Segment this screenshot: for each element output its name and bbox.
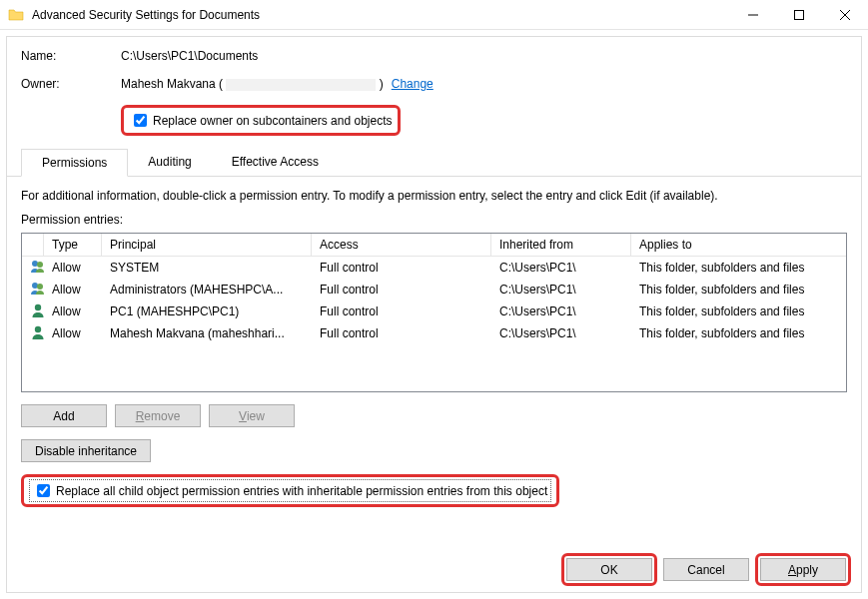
replace-child-row: Replace all child object permission entr…: [21, 474, 847, 507]
replace-child-label: Replace all child object permission entr…: [56, 484, 547, 498]
cell-inherited: C:\Users\PC1\: [491, 281, 631, 299]
tab-effective-access[interactable]: Effective Access: [212, 149, 339, 177]
bottom-buttons: OK Cancel Apply: [561, 553, 851, 586]
svg-rect-0: [795, 10, 804, 19]
th-type[interactable]: Type: [44, 234, 102, 256]
svg-point-1: [32, 261, 38, 267]
cell-type: Allow: [44, 302, 102, 320]
highlight-ok: OK: [561, 553, 657, 586]
name-value: C:\Users\PC1\Documents: [121, 49, 258, 63]
view-button[interactable]: View: [209, 404, 295, 427]
cell-type: Allow: [44, 259, 102, 277]
principal-icon: [22, 322, 44, 345]
view-label-rest: iew: [247, 409, 265, 423]
svg-point-6: [35, 325, 41, 331]
cancel-button[interactable]: Cancel: [663, 558, 749, 581]
replace-child-checkbox[interactable]: [37, 484, 50, 497]
principal-icon: [22, 257, 44, 280]
cell-principal: Mahesh Makvana (maheshhari...: [102, 324, 312, 342]
replace-owner-checkbox[interactable]: [134, 114, 147, 127]
cell-access: Full control: [312, 324, 491, 342]
cell-principal: PC1 (MAHESHPC\PC1): [102, 302, 312, 320]
highlight-replace-owner: Replace owner on subcontainers and objec…: [121, 105, 401, 136]
disable-inheritance-button[interactable]: Disable inheritance: [21, 439, 151, 462]
th-access[interactable]: Access: [312, 234, 491, 256]
owner-name: Mahesh Makvana (: [121, 77, 223, 91]
cell-applies: This folder, subfolders and files: [631, 302, 846, 320]
table-header: Type Principal Access Inherited from App…: [22, 234, 846, 257]
cell-principal: SYSTEM: [102, 259, 312, 277]
add-button[interactable]: Add: [21, 404, 107, 427]
owner-label: Owner:: [21, 77, 121, 91]
maximize-button[interactable]: [776, 0, 822, 30]
cell-access: Full control: [312, 302, 491, 320]
table-row[interactable]: AllowSYSTEMFull controlC:\Users\PC1\This…: [22, 257, 846, 279]
table-button-row: Add Remove View: [21, 404, 847, 427]
tabs: Permissions Auditing Effective Access: [7, 148, 861, 177]
minimize-button[interactable]: [730, 0, 776, 30]
remove-button[interactable]: Remove: [115, 404, 201, 427]
table-body: AllowSYSTEMFull controlC:\Users\PC1\This…: [22, 257, 846, 344]
permission-table[interactable]: Type Principal Access Inherited from App…: [21, 233, 847, 392]
tab-permissions[interactable]: Permissions: [21, 149, 128, 177]
ok-button[interactable]: OK: [566, 558, 652, 581]
window-controls: [730, 0, 868, 30]
th-principal[interactable]: Principal: [102, 234, 312, 256]
disable-inherit-row: Disable inheritance: [21, 439, 847, 462]
tab-auditing[interactable]: Auditing: [128, 149, 211, 177]
th-applies[interactable]: Applies to: [631, 234, 846, 256]
apply-button[interactable]: Apply: [760, 558, 846, 581]
table-row[interactable]: AllowMahesh Makvana (maheshhari...Full c…: [22, 322, 846, 344]
cell-access: Full control: [312, 281, 491, 299]
owner-value: Mahesh Makvana ( ): [121, 77, 384, 91]
cell-inherited: C:\Users\PC1\: [491, 324, 631, 342]
th-icon[interactable]: [22, 234, 44, 256]
name-label: Name:: [21, 49, 121, 63]
cell-applies: This folder, subfolders and files: [631, 324, 846, 342]
highlight-replace-child: Replace all child object permission entr…: [21, 474, 559, 507]
cell-applies: This folder, subfolders and files: [631, 281, 846, 299]
cell-applies: This folder, subfolders and files: [631, 259, 846, 277]
window-title: Advanced Security Settings for Documents: [32, 8, 730, 22]
table-row[interactable]: AllowPC1 (MAHESHPC\PC1)Full controlC:\Us…: [22, 300, 846, 322]
svg-point-4: [37, 284, 43, 290]
folder-icon: [8, 7, 24, 23]
svg-point-3: [32, 283, 38, 289]
add-label: Add: [53, 409, 74, 423]
close-button[interactable]: [822, 0, 868, 30]
svg-point-2: [37, 262, 43, 268]
change-owner-link[interactable]: Change: [392, 77, 434, 91]
owner-redacted: [226, 79, 376, 91]
tab-panel: For additional information, double-click…: [7, 177, 861, 519]
svg-point-5: [35, 303, 41, 309]
permission-entries-label: Permission entries:: [21, 213, 847, 227]
table-row[interactable]: AllowAdministrators (MAHESHPC\A...Full c…: [22, 279, 846, 300]
principal-icon: [22, 300, 44, 323]
apply-label-rest: pply: [796, 563, 818, 577]
replace-owner-label: Replace owner on subcontainers and objec…: [153, 114, 392, 128]
th-inherited[interactable]: Inherited from: [491, 234, 631, 256]
replace-owner-checkbox-row[interactable]: Replace owner on subcontainers and objec…: [130, 111, 392, 130]
cell-principal: Administrators (MAHESHPC\A...: [102, 281, 312, 299]
cell-access: Full control: [312, 259, 491, 277]
principal-icon: [22, 279, 44, 301]
replace-child-checkbox-row[interactable]: Replace all child object permission entr…: [30, 480, 550, 501]
remove-label-rest: emove: [144, 409, 180, 423]
cell-inherited: C:\Users\PC1\: [491, 259, 631, 277]
cell-type: Allow: [44, 281, 102, 299]
help-text: For additional information, double-click…: [21, 189, 847, 203]
cell-inherited: C:\Users\PC1\: [491, 302, 631, 320]
cell-type: Allow: [44, 324, 102, 342]
highlight-apply: Apply: [755, 553, 851, 586]
owner-name-close: ): [380, 77, 384, 91]
content-frame: Name: C:\Users\PC1\Documents Owner: Mahe…: [6, 36, 862, 593]
info-section: Name: C:\Users\PC1\Documents Owner: Mahe…: [7, 37, 861, 142]
titlebar: Advanced Security Settings for Documents: [0, 0, 868, 30]
